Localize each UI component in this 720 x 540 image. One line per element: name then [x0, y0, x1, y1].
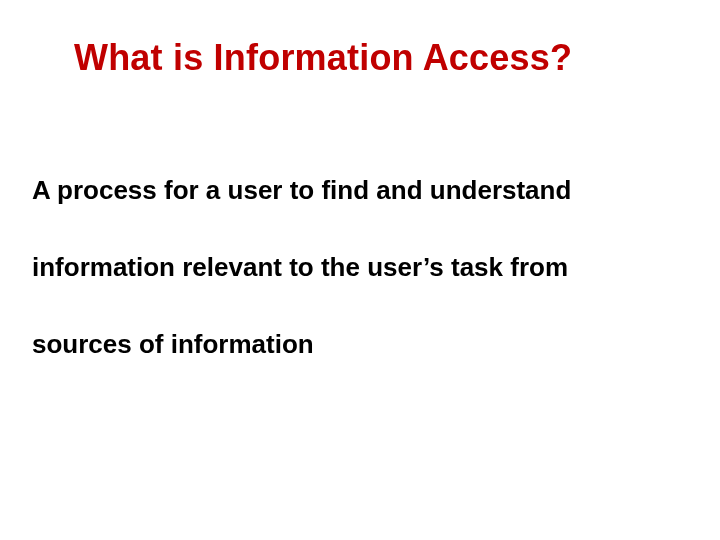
body-line-2: information relevant to the user’s task …: [32, 252, 688, 283]
body-line-1: A process for a user to find and underst…: [32, 175, 688, 206]
slide-body: A process for a user to find and underst…: [32, 175, 688, 406]
slide-title: What is Information Access?: [74, 36, 572, 79]
body-line-3: sources of information: [32, 329, 688, 360]
slide: What is Information Access? A process fo…: [0, 0, 720, 540]
